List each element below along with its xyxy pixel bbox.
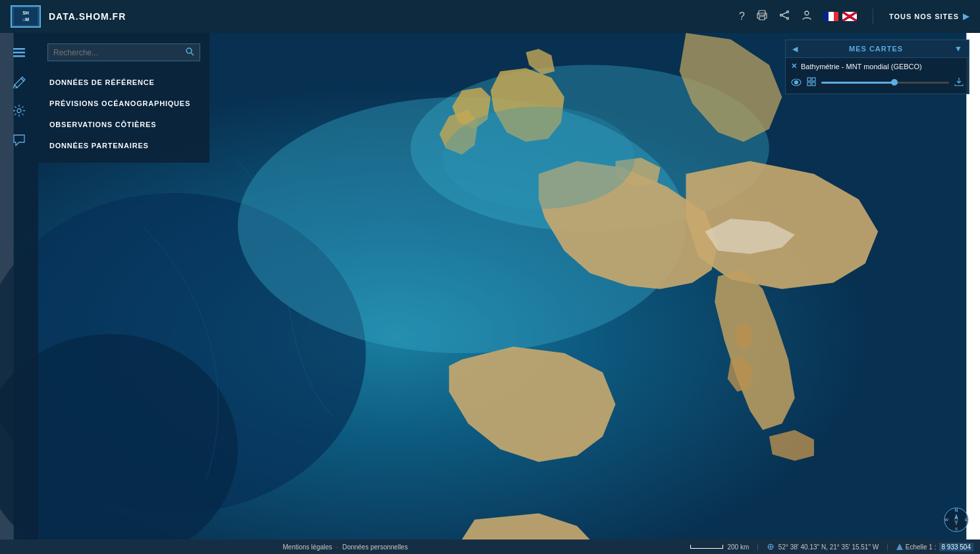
help-icon[interactable]: ?: [739, 11, 745, 22]
svg-text:E: E: [965, 518, 967, 522]
compass: N S W E: [943, 507, 969, 533]
bottom-left: Mentions légales - Données personnelles: [0, 543, 690, 551]
mes-cartes-panel: ◀ MES CARTES ▼ ✕ Bathymétrie - MNT mondi…: [785, 40, 969, 94]
scale-bar: 200 km: [690, 543, 749, 551]
donnees-personnelles-link[interactable]: Données personnelles: [342, 543, 408, 551]
scale-label: 200 km: [727, 543, 749, 551]
svg-point-26: [795, 80, 798, 84]
coordinates-text: 52° 38' 40.13" N, 21° 35' 15.51" W: [778, 543, 879, 551]
nav-item-observations[interactable]: OBSERVATIONS CÔTIÈRES: [38, 114, 209, 135]
header-separator: [873, 9, 873, 24]
mes-cartes-expand-icon[interactable]: ▼: [954, 44, 962, 53]
layer-name: Bathymétrie - MNT mondial (GEBCO): [801, 63, 964, 70]
mes-cartes-header: ◀ MES CARTES ▼: [786, 40, 969, 58]
layer-visibility-icon[interactable]: [791, 78, 802, 88]
nav-item-donnees-partenaires[interactable]: DONNÉES PARTENAIRES: [38, 135, 209, 156]
nav-item-donnees-reference[interactable]: DONNÉES DE RÉFÉRENCE: [38, 72, 209, 93]
svg-line-24: [191, 53, 194, 55]
header: SH ⌂M DATA.SHOM.FR ?: [0, 0, 980, 33]
layers-button[interactable]: [6, 40, 32, 66]
search-row: [47, 43, 200, 61]
svg-point-9: [786, 18, 788, 20]
svg-rect-28: [812, 78, 815, 81]
svg-text:W: W: [944, 518, 948, 522]
sidebar: [0, 33, 38, 540]
svg-line-10: [782, 13, 786, 15]
layer-close-button[interactable]: ✕: [791, 62, 797, 70]
arrow-icon: ▶: [963, 12, 969, 21]
svg-marker-41: [896, 543, 903, 550]
tous-nos-sites-button[interactable]: TOUS NOS SITES ▶: [889, 12, 969, 21]
search-icon: [185, 47, 194, 58]
bottom-bar: Mentions légales - Données personnelles …: [0, 540, 980, 554]
svg-point-23: [186, 48, 192, 53]
svg-rect-27: [807, 78, 811, 81]
svg-rect-19: [13, 48, 25, 50]
language-selector: [824, 12, 857, 21]
chat-button[interactable]: [6, 126, 32, 153]
mes-cartes-title: MES CARTES: [849, 45, 903, 53]
nav-item-previsions[interactable]: PRÉVISIONS OCÉANOGRAPHIQUES: [38, 93, 209, 114]
mes-cartes-collapse-icon[interactable]: ◀: [792, 45, 798, 53]
english-flag[interactable]: [842, 12, 857, 21]
svg-text:SH: SH: [22, 11, 29, 15]
layer-style-icon[interactable]: [807, 77, 816, 88]
svg-point-7: [786, 11, 788, 13]
search-input[interactable]: [53, 48, 185, 57]
edit-button[interactable]: [6, 69, 32, 95]
svg-text:N: N: [954, 508, 958, 512]
svg-point-18: [443, 107, 635, 209]
svg-rect-29: [807, 82, 811, 86]
mentions-legales-link[interactable]: Mentions légales: [283, 543, 332, 551]
opacity-slider[interactable]: [821, 82, 949, 84]
bottom-right: 200 km | 52° 38' 40.13" N, 21° 35' 15.51…: [690, 543, 980, 551]
header-icons: ?: [739, 9, 969, 24]
svg-point-6: [764, 14, 765, 16]
svg-rect-30: [812, 82, 815, 86]
logo-area: SH ⌂M DATA.SHOM.FR: [11, 5, 126, 28]
svg-point-12: [805, 11, 809, 15]
settings-button[interactable]: [6, 97, 32, 124]
svg-point-8: [780, 14, 782, 16]
layer-controls: [786, 74, 969, 94]
svg-point-22: [17, 109, 21, 113]
french-flag[interactable]: [824, 12, 838, 21]
svg-text:⌂M: ⌂M: [22, 17, 29, 22]
dropdown-panel: DONNÉES DE RÉFÉRENCE PRÉVISIONS OCÉANOGR…: [38, 33, 209, 163]
svg-rect-20: [13, 52, 25, 54]
layer-item: ✕ Bathymétrie - MNT mondial (GEBCO): [786, 58, 969, 74]
echelle-label: Echelle 1 :: [906, 543, 937, 551]
user-icon[interactable]: [802, 10, 812, 23]
share-icon[interactable]: [779, 10, 790, 23]
logo[interactable]: SH ⌂M: [11, 5, 41, 28]
svg-line-11: [782, 16, 786, 18]
svg-rect-21: [13, 55, 25, 57]
layer-download-icon[interactable]: [954, 77, 964, 88]
svg-text:S: S: [955, 527, 958, 531]
svg-rect-5: [759, 16, 765, 20]
site-title: DATA.SHOM.FR: [49, 11, 126, 22]
echelle-section: Echelle 1 : 8 933 504: [896, 543, 973, 551]
echelle-value: 8 933 504: [939, 543, 974, 551]
print-icon[interactable]: [757, 10, 767, 23]
scale-line: [690, 545, 723, 549]
coordinates-display: 52° 38' 40.13" N, 21° 35' 15.51" W: [767, 543, 879, 551]
